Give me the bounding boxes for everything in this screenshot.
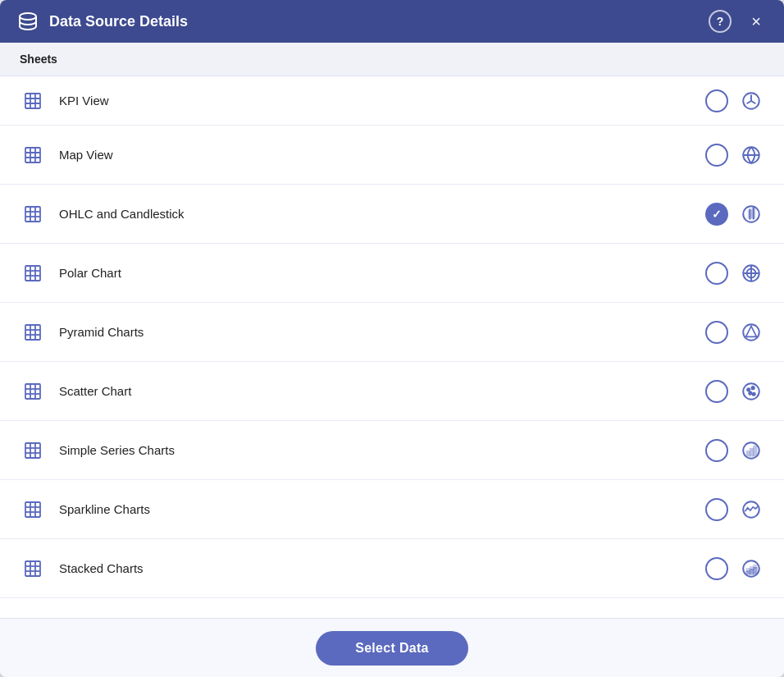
svg-point-47 — [749, 391, 751, 394]
grid-icon — [20, 437, 46, 464]
svg-rect-1 — [25, 94, 40, 108]
sheets-list: KPI View — [0, 76, 784, 618]
svg-rect-49 — [25, 443, 40, 458]
sheet-name: Stacked Charts — [59, 561, 705, 575]
select-radio[interactable] — [705, 203, 728, 226]
modal-title: Data Source Details — [49, 13, 709, 30]
select-radio[interactable] — [705, 439, 728, 462]
grid-icon — [20, 142, 46, 168]
select-data-button[interactable]: Select Data — [316, 631, 468, 666]
svg-rect-7 — [25, 148, 40, 162]
sheet-name: Pyramid Charts — [59, 325, 705, 339]
row-actions — [705, 319, 764, 345]
select-radio[interactable] — [705, 144, 728, 167]
chart-preview-icon[interactable] — [738, 260, 764, 286]
svg-point-46 — [752, 387, 754, 389]
header-actions: ? × — [709, 10, 768, 33]
row-actions — [705, 496, 764, 523]
svg-rect-57 — [754, 446, 756, 455]
grid-icon — [20, 319, 46, 345]
grid-icon — [20, 260, 46, 286]
svg-point-0 — [20, 13, 36, 20]
chart-preview-icon[interactable] — [738, 496, 764, 523]
sheet-row[interactable]: Pyramid Charts — [0, 303, 784, 362]
row-actions — [705, 378, 764, 405]
grid-icon — [20, 496, 46, 523]
sheet-name: Sparkline Charts — [59, 502, 705, 516]
sheet-name: Map View — [59, 148, 705, 162]
sheet-name: OHLC and Candlestick — [59, 207, 705, 221]
select-radio[interactable] — [705, 557, 728, 580]
row-actions — [705, 437, 764, 464]
modal-footer: Select Data — [0, 618, 784, 677]
sheet-row[interactable]: Simple Series Charts — [0, 421, 784, 480]
sheet-row[interactable]: Scatter Chart — [0, 362, 784, 421]
row-actions — [705, 88, 764, 114]
svg-rect-23 — [25, 266, 40, 281]
sheet-row[interactable]: KPI View — [0, 76, 784, 126]
grid-icon — [20, 88, 46, 114]
sheet-name: Scatter Chart — [59, 384, 705, 398]
row-actions — [705, 556, 764, 582]
select-radio[interactable] — [705, 498, 728, 521]
select-radio[interactable] — [705, 321, 728, 344]
close-button[interactable]: × — [745, 10, 768, 33]
chart-preview-icon[interactable] — [738, 378, 764, 405]
svg-rect-39 — [25, 384, 40, 399]
svg-rect-71 — [747, 569, 750, 571]
svg-point-48 — [753, 392, 755, 395]
chart-preview-icon[interactable] — [738, 437, 764, 464]
chart-preview-icon[interactable] — [738, 556, 764, 582]
svg-rect-64 — [25, 561, 40, 576]
svg-rect-75 — [754, 565, 756, 567]
chart-preview-icon[interactable] — [738, 88, 764, 114]
help-button[interactable]: ? — [709, 10, 732, 33]
modal-header: Data Source Details ? × — [0, 0, 784, 43]
grid-icon — [20, 201, 46, 227]
select-radio[interactable] — [705, 380, 728, 403]
svg-rect-55 — [747, 451, 750, 455]
sheet-row[interactable]: Polar Chart — [0, 244, 784, 303]
sheets-label: Sheets — [0, 43, 784, 76]
chart-preview-icon[interactable] — [738, 142, 764, 168]
svg-rect-56 — [750, 448, 753, 455]
select-radio[interactable] — [705, 89, 728, 112]
row-actions — [705, 260, 764, 286]
chart-preview-icon[interactable] — [738, 201, 764, 227]
svg-rect-58 — [25, 502, 40, 517]
svg-rect-13 — [25, 207, 40, 222]
chart-preview-icon[interactable] — [738, 319, 764, 345]
sheet-row[interactable]: Stacked Charts — [0, 539, 784, 598]
svg-point-45 — [747, 388, 750, 391]
sheet-name: KPI View — [59, 94, 705, 107]
row-actions — [705, 201, 764, 227]
svg-rect-32 — [25, 325, 40, 340]
grid-icon — [20, 378, 46, 405]
svg-marker-38 — [746, 326, 757, 336]
sheet-row[interactable]: Sparkline Charts — [0, 480, 784, 539]
sheet-name: Polar Chart — [59, 266, 705, 280]
data-source-modal: Data Source Details ? × Sheets KPI View — [0, 0, 784, 677]
sheet-row[interactable]: OHLC and Candlestick — [0, 185, 784, 244]
svg-rect-74 — [754, 567, 756, 574]
row-actions — [705, 142, 764, 168]
svg-rect-73 — [750, 566, 753, 569]
sheet-name: Simple Series Charts — [59, 443, 705, 457]
grid-icon — [20, 556, 46, 582]
select-radio[interactable] — [705, 262, 728, 285]
sheet-row[interactable]: Map View — [0, 126, 784, 185]
database-icon — [16, 10, 39, 33]
